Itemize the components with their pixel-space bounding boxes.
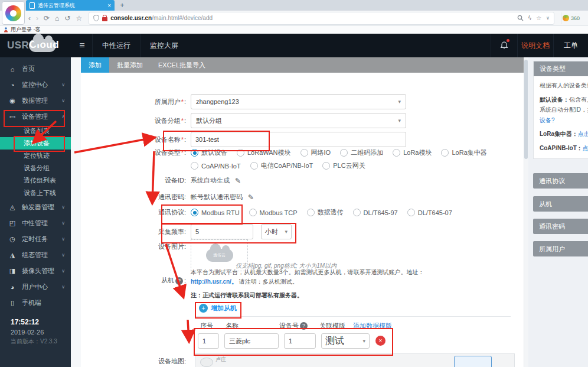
delete-slave-button[interactable]: × xyxy=(375,336,386,346)
slave-table: 序号 名称 设备号? 关联模版 添加数据模版 测试 ▾ × xyxy=(195,316,511,358)
group-select[interactable]: 默认分组▾ xyxy=(191,113,406,128)
sidebar-item-label: 手机端 xyxy=(22,298,41,307)
device-name-input[interactable] xyxy=(191,132,406,147)
docs-link[interactable]: 说明文档 xyxy=(517,34,553,57)
chevron-down-icon[interactable]: ∨ xyxy=(546,15,550,21)
favorite-icon[interactable]: ☆ xyxy=(76,15,82,22)
notification-dot xyxy=(507,39,509,42)
radio-default-device[interactable]: 默认设备 xyxy=(191,148,227,157)
slave-template-select[interactable]: 测试 ▾ xyxy=(321,333,370,349)
radio-coap-nbiot[interactable]: CoAP/NB-IoT xyxy=(191,162,241,170)
radio-data-passthrough[interactable]: 数据透传 xyxy=(307,208,344,217)
users-icon: ◕ xyxy=(8,284,17,291)
owner-select[interactable]: zhangpeng123▾ xyxy=(191,94,406,109)
browser-tab[interactable]: 透传云管理系统 × xyxy=(26,0,115,11)
add-slave-button[interactable]: + 增加从机 xyxy=(199,304,237,313)
sidebar-item-neutral-management[interactable]: ◰ 中性管理 ∨ xyxy=(0,215,71,231)
radio-dlt645-07[interactable]: DL/T645-07 xyxy=(407,209,452,216)
version-label: 当前版本： xyxy=(11,338,40,345)
sidebar-subitem-device-group[interactable]: 设备分组 xyxy=(0,162,71,174)
map-button[interactable] xyxy=(454,356,492,367)
collapsed-panel-comm-password[interactable]: 通讯密码 xyxy=(533,219,588,234)
sidebar-subitem-passthrough-group-list[interactable]: 透传组列表 xyxy=(0,174,71,187)
bookmark-item[interactable]: 用户登录 -客 xyxy=(11,26,41,34)
help-line-2: 默认设备：包含有人品牌 xyxy=(540,95,588,105)
test-account-link[interactable]: http://h.usr.cn/。 xyxy=(191,278,237,285)
radio-network-io[interactable]: 网络IO xyxy=(300,148,331,157)
radio-lora-concentrator[interactable]: LoRa集中器 xyxy=(441,148,486,157)
radio-dlt645-97[interactable]: DL/T645-97 xyxy=(353,209,398,216)
radio-plc-cloud-gateway[interactable]: PLC云网关 xyxy=(322,161,365,170)
sidebar-item-monitor-center[interactable]: ◔ 监控中心 ∨ xyxy=(0,77,71,93)
dropdown-arrow-icon: ▾ xyxy=(285,229,288,235)
scrollbar-thumb[interactable] xyxy=(524,60,528,159)
data-icon: ◉ xyxy=(8,97,17,105)
collapsed-panel-owner[interactable]: 所属用户 xyxy=(533,241,588,256)
frequency-input[interactable] xyxy=(191,224,253,239)
slave-device-no-input[interactable] xyxy=(284,333,316,349)
browser-toolbar: ‹ › ⟳ ⌂ ↺ ☆ console.usr.cn/main.html#/de… xyxy=(0,11,588,26)
help-coap-line: CoAP/NB-IoT：点击查看 xyxy=(540,144,588,153)
sidebar-item-camera-management[interactable]: ◨ 摄像头管理 ∨ xyxy=(0,263,71,279)
sidebar-item-device-management[interactable]: ▭ 设备管理 ∧ xyxy=(0,109,71,125)
new-tab-button[interactable]: + xyxy=(117,1,128,10)
tab-close-icon[interactable]: × xyxy=(107,2,111,9)
add-data-template-link[interactable]: 添加数据模版 xyxy=(353,321,392,330)
sidebar-subitem-device-online-offline[interactable]: 设备上下线 xyxy=(0,187,71,199)
tab-add[interactable]: 添加 xyxy=(81,57,109,73)
camera-icon: ◨ xyxy=(8,267,17,275)
reload-icon[interactable]: ⟳ xyxy=(44,15,50,22)
radio-modbus-rtu[interactable]: Modbus RTU xyxy=(191,209,240,216)
owner-row: 所属用户*: zhangpeng123▾ xyxy=(81,94,524,109)
slave-seq-input[interactable] xyxy=(198,333,219,349)
ticket-link[interactable]: 工单 xyxy=(553,34,588,57)
device-type-help-header[interactable]: 设备类型 xyxy=(534,61,588,76)
collapsed-panel-slave[interactable]: 从机 xyxy=(533,196,588,212)
dropdown-arrow-icon: ▾ xyxy=(398,118,401,124)
sidebar-version: 当前版本：V2.3.3 xyxy=(11,337,71,346)
slave-name-input[interactable] xyxy=(224,333,279,349)
radio-modbus-tcp[interactable]: Modbus TCP xyxy=(249,209,298,216)
edit-icon[interactable]: ✎ xyxy=(235,177,241,185)
collapsed-panel-protocol[interactable]: 通讯协议 xyxy=(533,173,588,189)
device-map-label: 设备地图: xyxy=(81,357,191,366)
forward-icon[interactable]: › xyxy=(36,15,38,22)
radio-lora-module[interactable]: LoRa模块 xyxy=(393,148,432,157)
undo-icon[interactable]: ↺ xyxy=(64,15,70,22)
help-icon[interactable]: ? xyxy=(175,277,183,285)
edit-icon[interactable]: ✎ xyxy=(248,193,254,202)
cloud-brand-text: 透传云 xyxy=(206,249,233,262)
browser-brand[interactable]: 360 xyxy=(561,12,583,24)
url-bar[interactable]: console.usr.cn/main.html#/device/add ϟ ☆… xyxy=(89,12,554,25)
bookmark-star-icon[interactable]: ☆ xyxy=(536,15,541,21)
sidebar-item-home[interactable]: ⌂ 首页 xyxy=(0,61,71,77)
app-logo[interactable]: USRCloud xyxy=(0,34,72,57)
header-nav-monitor-screen[interactable]: 监控大屏 xyxy=(140,34,188,57)
frequency-unit-select[interactable]: 小时 ▾ xyxy=(261,224,292,239)
owner-label: 所属用户*: xyxy=(81,98,191,106)
sidebar-item-trigger-management[interactable]: ◬ 触发器管理 ∨ xyxy=(0,199,71,215)
sidebar-item-user-center[interactable]: ◕ 用户中心 ∨ xyxy=(0,279,71,295)
sidebar-subitem-add-device[interactable]: 添加设备 xyxy=(0,137,71,150)
device-map[interactable]: 卢庄 xyxy=(195,353,515,367)
tab-batch-add[interactable]: 批量添加 xyxy=(109,57,151,73)
search-icon[interactable] xyxy=(517,15,524,21)
radio-telecom-coap-nbiot[interactable]: 电信CoAP/NB-IoT xyxy=(250,161,313,170)
slave-help-line2: http://h.usr.cn/。 请注明：多从机测试。 xyxy=(191,277,468,287)
sidebar-item-data-management[interactable]: ◉ 数据管理 ∨ xyxy=(0,93,71,109)
sidebar-item-mobile[interactable]: ▯ 手机端 xyxy=(0,295,71,311)
sidebar-item-configuration-management[interactable]: ◮ 组态管理 ∨ xyxy=(0,247,71,263)
radio-qrcode-add[interactable]: 二维码添加 xyxy=(340,148,383,157)
home-icon[interactable]: ⌂ xyxy=(55,15,59,22)
sidebar-subitem-device-list[interactable]: 设备列表 xyxy=(0,125,71,137)
lightning-icon[interactable]: ϟ xyxy=(528,15,531,21)
header-nav-neutral-run[interactable]: 中性运行 xyxy=(92,34,140,57)
help-icon[interactable]: ? xyxy=(300,322,308,330)
tab-excel-import[interactable]: EXCEL批量导入 xyxy=(151,57,213,73)
sidebar-item-timed-tasks[interactable]: ◷ 定时任务 ∨ xyxy=(0,231,71,247)
sidebar-subitem-location-track[interactable]: 定位轨迹 xyxy=(0,150,71,162)
back-icon[interactable]: ‹ xyxy=(28,15,31,22)
notification-bell-button[interactable] xyxy=(491,34,517,57)
hamburger-menu-icon[interactable]: ≡ xyxy=(72,34,92,57)
radio-lorawan-module[interactable]: LoRaWAN模块 xyxy=(237,148,291,157)
